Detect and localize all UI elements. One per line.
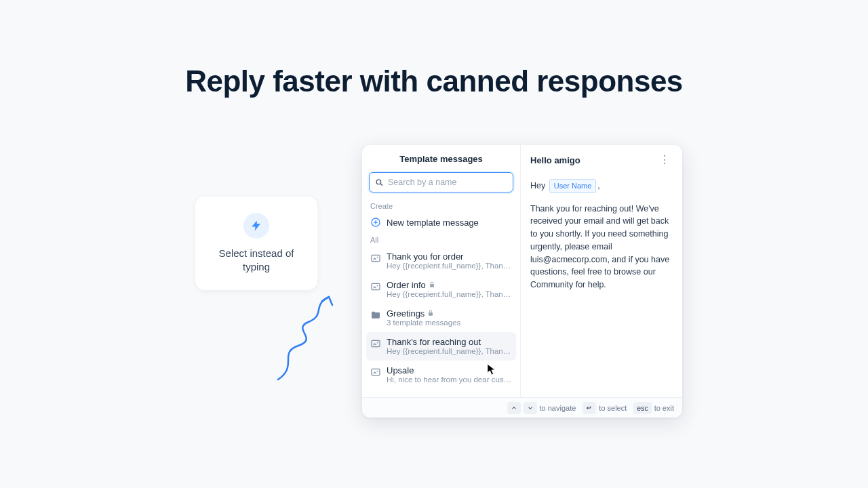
plus-circle-icon: [370, 217, 381, 228]
section-label-all: All: [362, 232, 520, 247]
key-arrow-up-icon: [507, 402, 521, 414]
message-icon: [370, 281, 381, 292]
tagline-text: Select instead of typing: [205, 247, 308, 274]
template-item-subtitle: Hey {{recepient.full_name}}, Thank you f…: [387, 262, 512, 270]
key-esc: esc: [633, 402, 651, 414]
search-input-wrapper[interactable]: [369, 172, 513, 192]
variable-chip: User Name: [549, 179, 597, 193]
svg-rect-2: [372, 255, 380, 261]
hero-title: Reply faster with canned responses: [0, 64, 868, 98]
lock-icon: [427, 308, 434, 319]
preview-greeting: Hey User Name,: [530, 179, 673, 193]
template-item-subtitle: Hi, nice to hear from you dear customer,…: [387, 375, 512, 384]
template-item-title: Thank's for reaching out: [387, 337, 512, 347]
preview-title: Hello amigo: [530, 155, 580, 165]
template-item[interactable]: UpsaleHi, nice to hear from you dear cus…: [362, 361, 520, 389]
template-list-header: Template messages: [362, 145, 520, 172]
footer-exit-label: to exit: [654, 404, 674, 412]
svg-rect-5: [372, 369, 380, 375]
new-template-button[interactable]: New template message: [362, 213, 520, 232]
template-list-column: Template messages Create New template me…: [362, 145, 521, 397]
template-item-title: Greetings: [387, 308, 512, 319]
search-input[interactable]: [388, 178, 507, 187]
key-arrow-down-icon: [524, 402, 537, 414]
section-label-create: Create: [362, 198, 520, 213]
preview-body-text: Thank you for reaching out! We've receiv…: [530, 203, 673, 291]
message-icon: [370, 338, 381, 349]
template-item-title: Thank you for order: [387, 251, 512, 262]
template-folder[interactable]: Greetings3 template messages: [362, 304, 520, 332]
template-item-subtitle: Hey {{recepient.full_name}}, Thank you f…: [387, 347, 512, 355]
template-item-subtitle: Hey {{recepient.full_name}}, Thank you f…: [387, 290, 512, 298]
search-icon: [375, 178, 384, 187]
template-item-subtitle: 3 template messages: [387, 319, 512, 327]
footer-navigate-label: to navigate: [540, 404, 576, 412]
bolt-icon: [243, 213, 269, 239]
arrow-squiggle: [271, 291, 346, 386]
tagline-card: Select instead of typing: [195, 197, 317, 290]
svg-rect-3: [372, 283, 380, 289]
template-item[interactable]: Thank's for reaching outHey {{recepient.…: [366, 332, 516, 361]
template-list: Thank you for orderHey {{recepient.full_…: [362, 247, 520, 397]
folder-icon: [370, 310, 381, 321]
more-menu-icon[interactable]: ⋮: [656, 153, 673, 167]
template-item[interactable]: Thank you for orderHey {{recepient.full_…: [362, 247, 520, 275]
svg-rect-4: [372, 340, 380, 346]
message-icon: [370, 367, 381, 378]
panel-footer: to navigate to select esc to exit: [362, 397, 682, 418]
template-preview-column: Hello amigo ⋮ Hey User Name, Thank you f…: [521, 145, 682, 397]
template-item-title: Order info: [387, 280, 512, 290]
template-panel: Template messages Create New template me…: [362, 145, 682, 418]
message-icon: [370, 253, 381, 264]
footer-select-label: to select: [599, 404, 627, 412]
new-template-label: New template message: [387, 218, 479, 228]
svg-point-0: [376, 180, 381, 184]
template-item[interactable]: Order infoHey {{recepient.full_name}}, T…: [362, 275, 520, 304]
key-enter-icon: [583, 402, 596, 414]
template-item-title: Upsale: [387, 365, 512, 375]
lock-icon: [429, 280, 435, 290]
